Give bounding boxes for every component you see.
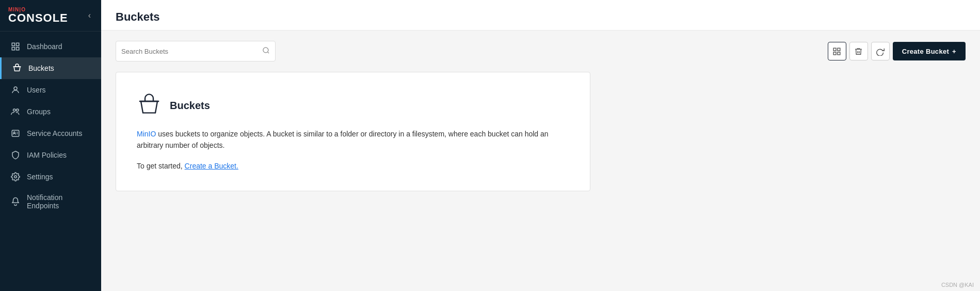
empty-card-description: MinIO uses buckets to organize objects. … [137, 128, 569, 151]
svg-rect-12 [838, 48, 840, 51]
svg-rect-3 [17, 48, 19, 50]
page-header: Buckets [101, 0, 980, 30]
sidebar-item-label: Service Accounts [27, 129, 82, 137]
empty-state-card: Buckets MinIO uses buckets to organize o… [116, 72, 590, 191]
sidebar-item-users[interactable]: Users [0, 79, 101, 101]
sidebar-item-iam-policies[interactable]: IAM Policies [0, 144, 101, 166]
svg-rect-2 [12, 48, 14, 50]
main-content: Buckets [101, 0, 980, 291]
svg-rect-11 [833, 48, 836, 51]
svg-point-5 [13, 109, 16, 112]
empty-card-cta: To get started, Create a Bucket. [137, 162, 569, 170]
create-bucket-link[interactable]: Create a Bucket. [185, 162, 238, 170]
svg-rect-1 [17, 43, 19, 45]
notification-endpoints-icon [10, 196, 21, 207]
empty-card-desc-rest: uses buckets to organize objects. A buck… [137, 130, 549, 149]
sidebar-item-label: IAM Policies [27, 151, 67, 159]
settings-icon [10, 172, 21, 182]
sidebar-item-buckets[interactable]: Buckets [0, 57, 101, 79]
footer-note: CSDN @KAI [941, 282, 974, 288]
dashboard-icon [10, 41, 21, 52]
create-bucket-label: Create Bucket [902, 48, 949, 55]
empty-card-title: Buckets [170, 100, 210, 112]
content-area: Create Bucket + Buckets MinIO uses bucke… [101, 30, 980, 291]
delete-button[interactable] [849, 42, 868, 60]
empty-card-header: Buckets [137, 93, 569, 118]
grid-view-button[interactable] [828, 42, 846, 60]
svg-point-10 [263, 48, 268, 53]
service-accounts-icon [10, 128, 21, 139]
sidebar-item-service-accounts[interactable]: Service Accounts [0, 122, 101, 144]
search-icon [262, 47, 270, 56]
iam-policies-icon [10, 150, 21, 160]
create-bucket-plus-icon: + [952, 48, 956, 55]
svg-rect-14 [838, 52, 840, 54]
sidebar-item-label: Notification Endpoints [27, 193, 91, 210]
groups-icon [10, 106, 21, 117]
sidebar-item-label: Settings [27, 173, 53, 181]
toolbar: Create Bucket + [116, 41, 966, 62]
search-box [116, 41, 276, 62]
sidebar-item-label: Groups [27, 108, 51, 116]
sidebar: MIN|O CONSOLE ‹ Dashboard Buckets [0, 0, 101, 291]
sidebar-item-label: Buckets [28, 64, 54, 72]
buckets-icon [12, 63, 22, 73]
bucket-large-icon [137, 93, 162, 118]
sidebar-item-label: Dashboard [27, 42, 62, 51]
users-icon [10, 85, 21, 95]
logo-text: MIN|O CONSOLE [8, 7, 68, 24]
create-bucket-button[interactable]: Create Bucket + [893, 42, 966, 60]
toolbar-right: Create Bucket + [828, 42, 966, 60]
sidebar-nav: Dashboard Buckets Users [0, 32, 101, 291]
page-title: Buckets [116, 10, 966, 24]
svg-point-9 [14, 176, 17, 178]
search-input[interactable] [121, 48, 262, 55]
refresh-button[interactable] [871, 42, 890, 60]
svg-rect-13 [833, 52, 836, 54]
sidebar-item-label: Users [27, 86, 46, 94]
svg-point-6 [17, 109, 19, 112]
minio-brand: MinIO [137, 130, 156, 138]
svg-point-4 [14, 87, 17, 90]
logo-console: CONSOLE [8, 12, 68, 24]
sidebar-item-groups[interactable]: Groups [0, 101, 101, 122]
sidebar-logo: MIN|O CONSOLE ‹ [0, 0, 101, 32]
sidebar-item-settings[interactable]: Settings [0, 166, 101, 188]
cta-prefix: To get started, [137, 162, 185, 170]
sidebar-item-notification-endpoints[interactable]: Notification Endpoints [0, 188, 101, 216]
svg-rect-0 [12, 43, 14, 45]
sidebar-item-dashboard[interactable]: Dashboard [0, 36, 101, 57]
sidebar-collapse-button[interactable]: ‹ [86, 9, 93, 22]
